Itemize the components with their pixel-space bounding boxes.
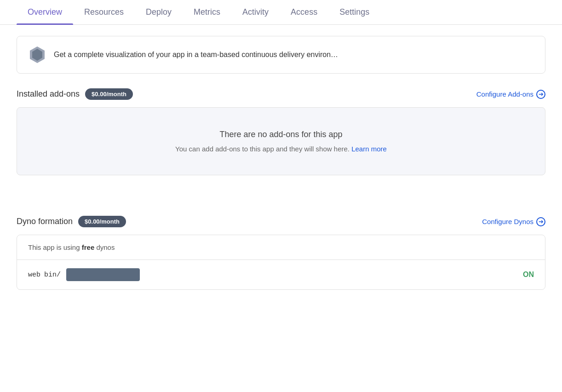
dyno-type: web bbox=[28, 271, 40, 279]
tab-overview[interactable]: Overview bbox=[17, 0, 73, 24]
addons-section-header: Installed add-ons $0.00/month Configure … bbox=[17, 88, 545, 100]
dyno-card: This app is using free dynos web bin/ ON bbox=[17, 235, 545, 290]
nav-tabs: Overview Resources Deploy Metrics Activi… bbox=[0, 0, 562, 25]
addons-empty-desc: You can add add-ons to this app and they… bbox=[28, 145, 534, 153]
banner-text: Get a complete visualization of your app… bbox=[54, 51, 338, 59]
addons-empty-card: There are no add-ons for this app You ca… bbox=[17, 107, 545, 175]
addons-price-badge: $0.00/month bbox=[85, 88, 133, 100]
tab-deploy[interactable]: Deploy bbox=[135, 0, 183, 24]
info-banner: Get a complete visualization of your app… bbox=[17, 36, 545, 74]
dyno-header-bold: free bbox=[82, 243, 95, 251]
addons-section-title: Installed add-ons bbox=[17, 89, 80, 99]
tab-access[interactable]: Access bbox=[280, 0, 328, 24]
banner-icon bbox=[28, 46, 46, 64]
dyno-card-header: This app is using free dynos bbox=[17, 235, 545, 260]
configure-addons-label: Configure Add-ons bbox=[476, 90, 533, 98]
dyno-price-badge: $0.00/month bbox=[78, 216, 126, 227]
configure-addons-arrow-icon: ➔ bbox=[536, 90, 545, 99]
tab-activity[interactable]: Activity bbox=[231, 0, 280, 24]
dyno-header-prefix: This app is using bbox=[28, 243, 82, 251]
dyno-row-left: web bin/ bbox=[28, 268, 140, 281]
tab-metrics[interactable]: Metrics bbox=[183, 0, 231, 24]
dyno-status: ON bbox=[523, 271, 534, 279]
configure-dynos-label: Configure Dynos bbox=[482, 218, 533, 225]
dyno-row: web bin/ ON bbox=[17, 260, 545, 289]
dyno-command-prefix: bin/ bbox=[44, 271, 61, 279]
dyno-section-header: Dyno formation $0.00/month Configure Dyn… bbox=[17, 216, 545, 227]
dyno-title-group: Dyno formation $0.00/month bbox=[17, 216, 126, 227]
configure-addons-link[interactable]: Configure Add-ons ➔ bbox=[476, 90, 545, 99]
dyno-header-suffix: dynos bbox=[94, 243, 115, 251]
main-content: Get a complete visualization of your app… bbox=[0, 25, 562, 301]
dyno-section-title: Dyno formation bbox=[17, 217, 73, 226]
dyno-section: Dyno formation $0.00/month Configure Dyn… bbox=[17, 216, 545, 290]
tab-settings[interactable]: Settings bbox=[328, 0, 380, 24]
tab-resources[interactable]: Resources bbox=[73, 0, 135, 24]
addons-empty-title: There are no add-ons for this app bbox=[28, 130, 534, 139]
addons-title-group: Installed add-ons $0.00/month bbox=[17, 88, 133, 100]
configure-dynos-arrow-icon: ➔ bbox=[536, 217, 545, 226]
dyno-command-blurred bbox=[66, 268, 140, 281]
learn-more-link[interactable]: Learn more bbox=[351, 145, 387, 153]
configure-dynos-link[interactable]: Configure Dynos ➔ bbox=[482, 217, 545, 226]
